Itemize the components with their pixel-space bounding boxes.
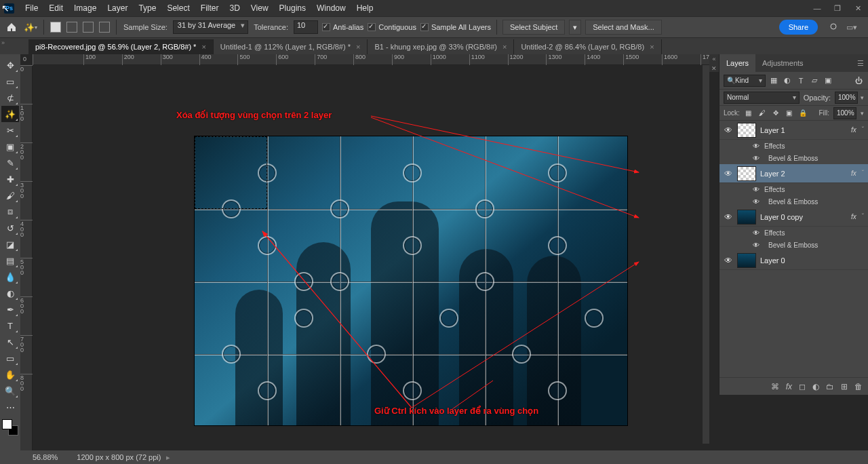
layer-name[interactable]: Layer 2 [760, 170, 847, 178]
link-layers-icon[interactable]: ⌘ [771, 382, 779, 391]
fx-expand-icon[interactable]: ˇ [862, 213, 864, 220]
layer-mask-icon[interactable]: ◻ [799, 382, 806, 391]
current-tool-icon[interactable]: ✨▾ [23, 20, 38, 35]
document-tab[interactable]: pi8-Recovered.jpg @ 56.9% (Layer 2, RGB/… [28, 39, 214, 54]
lock-artboard-icon[interactable]: ▣ [785, 109, 794, 118]
menu-plugins[interactable]: Plugins [274, 2, 311, 14]
opacity-input[interactable]: 100% [835, 92, 858, 104]
magic-wand-tool[interactable]: ✨ [1, 106, 19, 122]
close-tab-icon[interactable]: × [356, 43, 360, 51]
dodge-tool[interactable]: ◐ [1, 285, 19, 301]
visibility-toggle[interactable]: 👁 [724, 169, 733, 178]
tab-layers[interactable]: Layers [719, 54, 755, 72]
close-panel-icon[interactable]: ✕ [711, 65, 717, 72]
crop-tool[interactable]: ✂ [1, 122, 19, 138]
lasso-tool[interactable]: ⊄ [1, 90, 19, 106]
pen-tool[interactable]: ✒ [1, 301, 19, 317]
visibility-toggle[interactable]: 👁 [724, 125, 733, 135]
layer-name[interactable]: Layer 0 [760, 256, 864, 265]
filter-shape-icon[interactable]: ▱ [809, 75, 820, 86]
visibility-toggle[interactable]: 👁 [724, 256, 733, 265]
document-tab[interactable]: Untitled-2 @ 86.4% (Layer 0, RGB/8)× [514, 39, 661, 54]
filter-smart-icon[interactable]: ▣ [823, 75, 833, 86]
selection-subtract-icon[interactable] [83, 22, 94, 33]
gradient-tool[interactable]: ▤ [1, 252, 19, 269]
lock-position-icon[interactable]: ✥ [771, 109, 781, 118]
marquee-tool[interactable]: ▭ [1, 73, 19, 90]
move-tool[interactable]: ✥ [1, 57, 19, 73]
document-tab[interactable]: Untitled-1 @ 112% (Layer 1, RGB/8#) *× [214, 39, 368, 54]
contiguous-checkbox[interactable]: Contiguous [368, 23, 416, 31]
blur-tool[interactable]: 💧 [1, 269, 19, 285]
menu-layer[interactable]: Layer [102, 2, 133, 14]
status-menu-chevron[interactable]: ▸ [163, 453, 170, 461]
fill-input[interactable]: 100% [833, 107, 856, 119]
layer-effects-row[interactable]: 👁Effects [719, 140, 868, 152]
close-tab-icon[interactable]: × [201, 43, 205, 51]
select-subject-dropdown[interactable]: ▾ [569, 20, 581, 35]
close-window-button[interactable]: ✕ [848, 1, 868, 16]
menu-image[interactable]: Image [68, 2, 102, 14]
layer-thumbnail[interactable] [737, 166, 756, 181]
menu-filter[interactable]: Filter [195, 2, 224, 14]
panel-menu-icon[interactable]: ☰ [853, 59, 868, 68]
document-tab[interactable]: B1 - khung xep.jpg @ 33% (RGB/8#)× [368, 39, 514, 54]
filter-type-icon[interactable]: T [795, 75, 806, 86]
lock-image-icon[interactable]: 🖌 [757, 109, 767, 118]
frame-tool[interactable]: ▣ [1, 138, 19, 155]
layer-thumbnail[interactable] [737, 210, 756, 225]
vertical-scrollbar[interactable] [703, 65, 709, 444]
new-layer-icon[interactable]: ⊞ [841, 382, 848, 391]
filter-pixel-icon[interactable]: ▦ [768, 75, 779, 86]
panel-collapse-strip[interactable]: « ✕ [709, 54, 719, 72]
fx-expand-icon[interactable]: ˇ [862, 126, 864, 134]
lock-transparency-icon[interactable]: ▦ [744, 109, 753, 118]
zoom-level[interactable]: 56.88% [33, 453, 58, 461]
layer-effect-item[interactable]: 👁Bevel & Emboss [719, 195, 868, 208]
path-select-tool[interactable]: ↖ [1, 334, 19, 350]
layer-effect-item[interactable]: 👁Bevel & Emboss [719, 239, 868, 251]
shape-tool[interactable]: ▭ [1, 350, 19, 366]
menu-3d[interactable]: 3D [224, 2, 245, 14]
history-brush-tool[interactable]: ↺ [1, 220, 19, 236]
menu-type[interactable]: Type [133, 2, 161, 14]
layer-name[interactable]: Layer 0 copy [760, 213, 847, 221]
menu-select[interactable]: Select [161, 2, 195, 14]
layer-effects-row[interactable]: 👁Effects [719, 183, 868, 195]
close-tab-icon[interactable]: × [650, 43, 654, 51]
expand-chevrons-icon[interactable]: » [1, 39, 5, 46]
visibility-toggle[interactable]: 👁 [724, 212, 733, 222]
layer-thumbnail[interactable] [737, 253, 756, 268]
home-button[interactable] [4, 20, 19, 35]
tab-adjustments[interactable]: Adjustments [755, 54, 810, 72]
clone-stamp-tool[interactable]: ⧈ [1, 204, 19, 220]
document-canvas[interactable] [194, 136, 628, 426]
layer-filter-kind[interactable]: 🔍 Kind▾ [724, 75, 766, 87]
filter-adjust-icon[interactable]: ◐ [782, 75, 793, 86]
layer-fx-icon[interactable]: fx [786, 382, 792, 391]
menu-view[interactable]: View [245, 2, 274, 14]
menu-help[interactable]: Help [351, 2, 379, 14]
delete-layer-icon[interactable]: 🗑 [854, 382, 863, 391]
menu-window[interactable]: Window [311, 2, 351, 14]
color-swatches[interactable] [2, 419, 18, 436]
close-tab-icon[interactable]: × [502, 43, 507, 51]
selection-intersect-icon[interactable] [99, 22, 110, 33]
brush-tool[interactable]: 🖌 [1, 187, 19, 204]
collapse-icon[interactable]: « [712, 56, 715, 62]
layer-row[interactable]: 👁Layer 0 [719, 251, 868, 270]
search-icon[interactable] [829, 22, 840, 33]
type-tool[interactable]: T [1, 317, 19, 334]
lock-all-icon[interactable]: 🔒 [798, 109, 808, 118]
layer-effect-item[interactable]: 👁Bevel & Emboss [719, 152, 868, 164]
selection-add-icon[interactable] [66, 22, 77, 33]
sample-size-select[interactable]: 31 by 31 Average▾ [173, 20, 248, 34]
adjustment-layer-icon[interactable]: ◐ [812, 382, 819, 391]
anti-alias-checkbox[interactable]: Anti-alias [322, 23, 363, 31]
layer-name[interactable]: Layer 1 [760, 126, 847, 134]
selection-new-icon[interactable] [50, 22, 61, 33]
maximize-button[interactable]: ❐ [827, 1, 848, 16]
menu-file[interactable]: File [20, 2, 43, 14]
workspace-icon[interactable]: ▭▾ [846, 22, 857, 33]
eraser-tool[interactable]: ◪ [1, 236, 19, 252]
